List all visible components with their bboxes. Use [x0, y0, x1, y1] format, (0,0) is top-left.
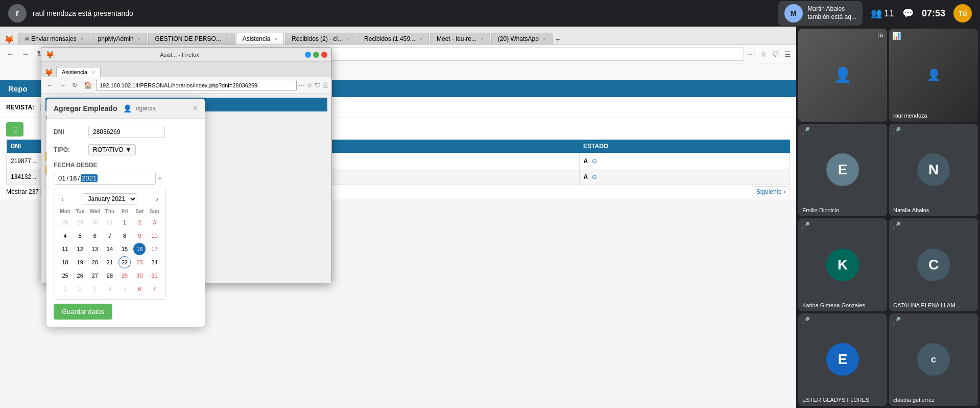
inner-min-btn[interactable]	[305, 52, 311, 58]
ff-tab-gestion[interactable]: GESTION DE PERSO... ×	[148, 33, 234, 44]
cal-day[interactable]: 21	[104, 256, 116, 268]
print-btn[interactable]: 🖨	[6, 122, 23, 137]
cal-day[interactable]: 7	[148, 283, 160, 295]
cal-day[interactable]: 5	[118, 283, 131, 295]
cal-day-selected[interactable]: 16	[133, 243, 146, 255]
cal-day[interactable]: 3	[89, 283, 101, 295]
inner-bookmarks-icon[interactable]: ⋯	[299, 82, 305, 89]
menu-icon[interactable]: ☰	[783, 49, 792, 59]
close-tab-asistencia[interactable]: ×	[274, 36, 277, 42]
bookmarks-icon[interactable]: ⋯	[747, 49, 756, 59]
cal-day[interactable]: 26	[74, 269, 86, 282]
radio-1[interactable]: ⊙	[592, 157, 597, 165]
emilio-avatar: E	[826, 153, 859, 186]
close-tab-gestion[interactable]: ×	[225, 36, 228, 42]
cal-day[interactable]: 4	[59, 230, 71, 242]
cal-day[interactable]: 6	[133, 283, 146, 295]
cal-day[interactable]: 18	[59, 256, 71, 268]
ff-tab-recibidos2[interactable]: Recibidos (1.459... ×	[357, 33, 429, 44]
inner-shield-icon[interactable]: 🛡	[315, 82, 321, 89]
cal-day[interactable]: 9	[133, 230, 146, 242]
cal-day[interactable]: 30	[89, 216, 101, 229]
inner-ff-toolbar: ← → ↻ 🏠 ⋯ ☆ 🛡 ☰	[41, 77, 331, 94]
cal-day[interactable]: 25	[59, 269, 71, 282]
ff-tab-whatsapp[interactable]: (20) WhatsApp ×	[491, 33, 553, 44]
cal-day[interactable]: 14	[104, 243, 116, 255]
cal-day[interactable]: 10	[148, 230, 160, 242]
inner-star-icon[interactable]: ☆	[307, 82, 313, 89]
cal-day[interactable]: 6	[89, 230, 101, 242]
close-tab-whatsapp[interactable]: ×	[543, 36, 546, 42]
tipo-select[interactable]: ROTATIVO ▼	[88, 144, 136, 155]
cal-day[interactable]: 11	[59, 243, 71, 255]
forward-btn[interactable]: →	[19, 49, 32, 60]
revista-label: REVISTA:	[6, 104, 34, 111]
close-tab-meet[interactable]: ×	[481, 36, 484, 42]
cal-day[interactable]: 1	[118, 216, 131, 229]
cal-day[interactable]: 23	[133, 256, 146, 268]
close-tab-enviar[interactable]: ×	[81, 36, 84, 42]
cal-day[interactable]: 27	[89, 269, 101, 282]
cal-day[interactable]: 1	[59, 283, 71, 295]
back-btn[interactable]: ←	[4, 49, 16, 60]
cal-day[interactable]: 12	[74, 243, 86, 255]
cal-day[interactable]: 2	[133, 216, 146, 229]
mute-icon-ester: 🎤	[801, 316, 810, 325]
date-clear-btn[interactable]: ×	[158, 174, 162, 183]
cal-next-btn[interactable]: ›	[153, 194, 161, 204]
inner-ff-tab-asistencia[interactable]: Asistencia ×	[56, 67, 101, 77]
ff-tab-recibidos1[interactable]: Recibidos (2) - cl... ×	[285, 33, 356, 44]
next-link-2[interactable]: Siguiente ›	[752, 186, 790, 197]
cal-day[interactable]: 17	[148, 243, 160, 255]
date-display[interactable]: 01 / 16 / 2021	[54, 172, 156, 185]
cal-header-sat: Sat	[133, 208, 147, 215]
guardar-btn[interactable]: Guardar datos	[54, 304, 112, 320]
meet-user-avatar[interactable]: Tú	[953, 4, 972, 22]
cal-month-select[interactable]: January 2021	[83, 193, 137, 205]
cal-day[interactable]: 8	[118, 230, 131, 242]
cal-day[interactable]: 4	[104, 283, 116, 295]
ff-tab-enviar[interactable]: ✉ Enviar mensajes ×	[18, 33, 90, 44]
inner-refresh-btn[interactable]: ↻	[70, 80, 80, 90]
cal-day[interactable]: 31	[104, 216, 116, 229]
close-tab-recibidos1[interactable]: ×	[347, 36, 350, 42]
inner-max-btn[interactable]	[313, 52, 319, 58]
ff-tab-meet[interactable]: Meet - ieu-re... ×	[430, 33, 490, 44]
inner-home-btn[interactable]: 🏠	[82, 80, 94, 90]
cal-day[interactable]: 29	[118, 269, 131, 282]
radio-2[interactable]: ⊙	[592, 173, 597, 180]
cal-day[interactable]: 29	[74, 216, 86, 229]
inner-menu-icon[interactable]: ☰	[323, 82, 328, 89]
inner-close-btn[interactable]	[321, 52, 327, 58]
cal-day[interactable]: 7	[104, 230, 116, 242]
participants-icon-btn[interactable]: 👥 11	[871, 8, 894, 19]
cal-day[interactable]: 31	[148, 269, 160, 282]
cal-day[interactable]: 13	[89, 243, 101, 255]
cal-day[interactable]: 30	[133, 269, 146, 282]
ff-tab-asistencia[interactable]: Asistencia ×	[236, 33, 284, 44]
star-icon[interactable]: ☆	[759, 49, 768, 59]
new-tab-btn[interactable]: +	[556, 35, 560, 44]
cal-day[interactable]: 19	[74, 256, 86, 268]
cal-day[interactable]: 20	[89, 256, 101, 268]
ff-tab-phpmyadmin[interactable]: phpMyAdmin ×	[91, 33, 148, 44]
cal-day[interactable]: 28	[59, 216, 71, 229]
cal-day-today[interactable]: 22	[118, 256, 131, 268]
inner-back-btn[interactable]: ←	[44, 80, 55, 90]
cal-day[interactable]: 24	[148, 256, 160, 268]
inner-url-bar[interactable]	[96, 80, 297, 91]
cal-day[interactable]: 5	[74, 230, 86, 242]
modal-close-btn[interactable]: ×	[193, 104, 198, 113]
close-tab-recibidos2[interactable]: ×	[419, 36, 422, 42]
cal-day[interactable]: 2	[74, 283, 86, 295]
dni-input[interactable]	[88, 126, 165, 138]
cal-day[interactable]: 15	[118, 243, 131, 255]
shield-icon[interactable]: 🛡	[771, 49, 780, 59]
chat-icon-btn[interactable]: 💬	[902, 8, 914, 19]
close-tab-phpmyadmin[interactable]: ×	[138, 36, 141, 42]
cal-prev-btn[interactable]: ‹	[58, 194, 67, 204]
cal-day[interactable]: 3	[148, 216, 160, 229]
inner-close-tab[interactable]: ×	[92, 70, 95, 75]
cal-day[interactable]: 28	[104, 269, 116, 282]
inner-forward-btn[interactable]: →	[57, 80, 68, 90]
